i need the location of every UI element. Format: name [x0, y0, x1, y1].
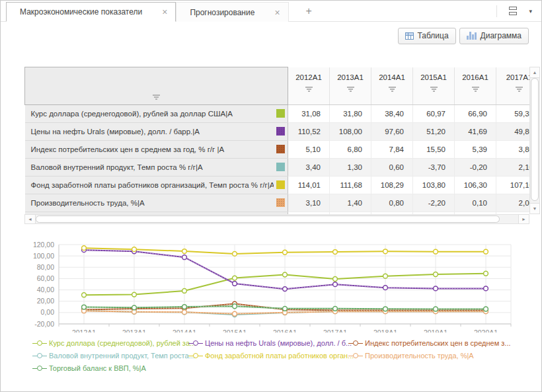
- value-cell[interactable]: -0,20: [455, 158, 496, 176]
- row-label[interactable]: Фонд заработной платы работников организ…: [25, 176, 274, 194]
- table-view-button[interactable]: Таблица: [398, 28, 456, 44]
- column-header[interactable]: 2014A1: [371, 67, 413, 105]
- chart-view-button[interactable]: Диаграмма: [459, 28, 529, 44]
- vertical-scrollbar[interactable]: ▲ ▼: [529, 67, 540, 214]
- table-row[interactable]: Индекс потребительских цен в среднем за …: [25, 140, 530, 158]
- value-cell[interactable]: 66,90: [455, 104, 496, 122]
- legend-item[interactable]: Фонд заработной платы работников орган..…: [188, 352, 348, 360]
- value-cell[interactable]: 107,10: [496, 176, 530, 194]
- legend-item[interactable]: Цены на нефть Urals (мировые), долл. / б…: [188, 339, 348, 347]
- value-cell[interactable]: 108,00: [330, 122, 371, 140]
- row-label[interactable]: Цены на нефть Urals (мировые), долл. / б…: [25, 122, 274, 140]
- value-cell[interactable]: 110,52: [288, 122, 330, 140]
- value-cell[interactable]: 6,80: [330, 140, 371, 158]
- value-cell[interactable]: 97,60: [371, 122, 413, 140]
- value-cell[interactable]: 31,80: [330, 104, 371, 122]
- add-tab-button[interactable]: +: [306, 6, 312, 17]
- scroll-right-icon[interactable]: ►: [518, 214, 529, 224]
- value-cell[interactable]: 0,10: [455, 194, 496, 212]
- legend-item[interactable]: Валовой внутренний продукт, Темп роста..…: [32, 352, 188, 360]
- window-controls: ▾: [496, 1, 541, 21]
- filter-icon[interactable]: [347, 87, 354, 92]
- horizontal-scrollbar[interactable]: ◄ ►: [24, 214, 529, 224]
- value-cell[interactable]: 103,80: [413, 176, 455, 194]
- value-cell[interactable]: 0,60: [371, 158, 413, 176]
- layout-icon[interactable]: [509, 7, 517, 15]
- svg-text:2018A1: 2018A1: [373, 329, 397, 333]
- value-cell[interactable]: 2,10: [496, 158, 530, 176]
- value-cell[interactable]: 1,30: [330, 158, 371, 176]
- value-cell[interactable]: 51,20: [413, 122, 455, 140]
- value-cell[interactable]: 7,84: [371, 140, 413, 158]
- table-row[interactable]: Производительность труда, %|А3,101,400,8…: [25, 194, 530, 212]
- table-row[interactable]: Валовой внутренний продукт, Темп роста %…: [25, 158, 530, 176]
- column-header[interactable]: 2017A1: [496, 67, 530, 105]
- svg-text:2015A1: 2015A1: [223, 329, 247, 333]
- svg-text:2020A1: 2020A1: [474, 329, 498, 333]
- filter-icon[interactable]: [430, 87, 438, 92]
- legend-item[interactable]: Индекс потребительских цен в среднем з..…: [348, 339, 511, 347]
- row-label[interactable]: Курс доллара (среднегодовой), рублей за …: [25, 104, 274, 122]
- legend-marker-icon: [32, 340, 47, 346]
- row-label[interactable]: Производительность труда, %|А: [25, 194, 274, 212]
- scroll-up-icon[interactable]: ▲: [529, 67, 540, 78]
- value-cell[interactable]: 3,80: [496, 140, 530, 158]
- legend-item[interactable]: Производительность труда, %|А: [348, 352, 511, 360]
- grid-viewport: 2012A12013A12014A12015A12016A12017A1Курс…: [24, 67, 529, 214]
- value-cell[interactable]: 15,50: [413, 140, 455, 158]
- scroll-left-icon[interactable]: ◄: [24, 214, 36, 224]
- legend-item[interactable]: Торговый баланс к ВВП, %|А: [32, 364, 188, 372]
- row-label[interactable]: Валовой внутренний продукт, Темп роста %…: [25, 158, 274, 176]
- dropdown-caret-icon[interactable]: ▾: [529, 8, 532, 15]
- value-cell[interactable]: 2,00: [496, 194, 530, 212]
- close-icon[interactable]: ×: [162, 7, 167, 17]
- value-cell[interactable]: 106,30: [455, 176, 496, 194]
- value-cell[interactable]: 38,40: [371, 104, 413, 122]
- filter-icon[interactable]: [516, 87, 523, 92]
- series-color-swatch: [276, 198, 285, 207]
- legend-marker-icon: [188, 340, 203, 346]
- table-row[interactable]: Цены на нефть Urals (мировые), долл. / б…: [25, 122, 530, 140]
- table-row[interactable]: Фонд заработной платы работников организ…: [25, 176, 530, 194]
- value-cell[interactable]: -2,20: [413, 194, 455, 212]
- value-cell[interactable]: 108,29: [371, 176, 413, 194]
- value-cell[interactable]: 1,40: [330, 194, 371, 212]
- value-cell[interactable]: 59,35: [496, 104, 530, 122]
- filter-icon[interactable]: [389, 87, 396, 92]
- row-label[interactable]: Индекс потребительских цен в среднем за …: [25, 140, 274, 158]
- column-header[interactable]: 2013A1: [330, 67, 371, 105]
- value-cell[interactable]: 5,10: [288, 140, 330, 158]
- vertical-scroll-thumb[interactable]: [531, 78, 539, 201]
- table-row[interactable]: Курс доллара (среднегодовой), рублей за …: [25, 104, 530, 122]
- value-cell[interactable]: 41,69: [455, 122, 496, 140]
- legend-item[interactable]: Курс доллара (среднегодовой), рублей за.…: [32, 339, 188, 347]
- table-header-row: 2012A12013A12014A12015A12016A12017A1: [25, 67, 530, 105]
- svg-text:2019A1: 2019A1: [424, 329, 447, 333]
- value-cell[interactable]: 0,80: [371, 194, 413, 212]
- filter-icon[interactable]: [153, 95, 160, 100]
- column-header[interactable]: 2012A1: [288, 67, 330, 105]
- value-cell[interactable]: 3,40: [288, 158, 330, 176]
- tab-macroeconomic-indicators[interactable]: Макроэкономические показатели ×: [6, 2, 176, 22]
- filter-icon[interactable]: [305, 87, 313, 92]
- value-cell[interactable]: 31,08: [288, 104, 330, 122]
- tab-forecasting[interactable]: Прогнозирование ×: [176, 2, 288, 22]
- column-header-label: 2014A1: [371, 73, 412, 81]
- horizontal-scroll-thumb[interactable]: [36, 216, 500, 223]
- value-cell[interactable]: -3,70: [413, 158, 455, 176]
- svg-text:-20,00: -20,00: [34, 320, 54, 328]
- close-icon[interactable]: ×: [274, 8, 280, 17]
- value-cell[interactable]: 111,68: [330, 176, 371, 194]
- svg-text:80,00: 80,00: [37, 263, 54, 271]
- value-cell[interactable]: 49,80: [496, 122, 530, 140]
- column-header[interactable]: 2016A1: [455, 67, 496, 105]
- row-header-cell[interactable]: [25, 67, 288, 105]
- value-cell[interactable]: 114,01: [288, 176, 330, 194]
- filter-icon[interactable]: [472, 87, 479, 92]
- value-cell[interactable]: 3,10: [288, 194, 330, 212]
- column-header[interactable]: 2015A1: [413, 67, 455, 105]
- svg-text:60,00: 60,00: [37, 274, 54, 282]
- value-cell[interactable]: 60,97: [413, 104, 455, 122]
- value-cell[interactable]: 5,39: [455, 140, 496, 158]
- scroll-down-icon[interactable]: ▼: [529, 203, 540, 214]
